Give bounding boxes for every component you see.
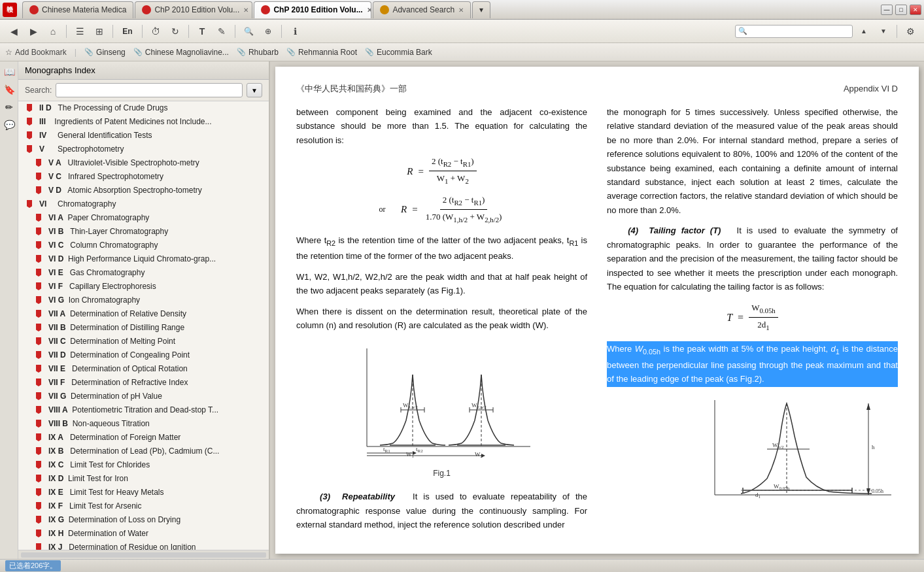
search-up-button[interactable]: ▲	[855, 23, 872, 40]
list-item[interactable]: V C Infrared Spectrophotometry	[18, 170, 269, 184]
paragraph1: between component being examined and the…	[296, 105, 587, 147]
list-item[interactable]: V A Ultraviolet-Visible Spectrophoto-met…	[18, 156, 269, 170]
main-layout: 📖 🔖 ✏ 💬 Monographs Index Search: ▼ II D …	[0, 61, 924, 559]
list-item[interactable]: VII C Determination of Melting Point	[18, 335, 269, 348]
home-button[interactable]: ⌂	[44, 23, 61, 40]
list-item[interactable]: IX D Limit Test for Iron	[18, 472, 269, 486]
list-item[interactable]: VIII A Potentiometric Titration and Dead…	[18, 403, 269, 417]
svg-text:h: h	[872, 444, 875, 450]
language-button[interactable]: En	[119, 23, 136, 40]
fig1-caption: Fig.1	[347, 467, 537, 480]
separator6	[281, 25, 282, 38]
search-icon: 🔍	[738, 27, 747, 35]
list-item[interactable]: III Ingredients of Patent Medicines not …	[18, 115, 269, 129]
tabs-dropdown[interactable]: ▾	[472, 1, 490, 18]
list-item[interactable]: VI E Gas Chromatography	[18, 266, 269, 280]
tab-chinese-materia[interactable]: Chinese Materia Medica	[22, 1, 133, 18]
tab2-close[interactable]: ✕	[243, 7, 248, 14]
zoom-out-button[interactable]: 🔍	[240, 23, 257, 40]
figure1: W1,h/2 W2,h/2 tR1 tR2	[347, 342, 537, 480]
bookmark-icon-eucommia: 📎	[365, 48, 374, 56]
sidebar-search-input[interactable]	[56, 83, 243, 97]
list-item[interactable]: VII D Determination of Congealing Point	[18, 348, 269, 362]
edit-button[interactable]: ✎	[213, 23, 230, 40]
notes-sidebar-icon[interactable]: 💬	[1, 117, 17, 133]
page-icon	[37, 241, 44, 250]
page-icon	[37, 364, 44, 373]
sidebar-search-dropdown[interactable]: ▼	[247, 83, 262, 97]
sync-button[interactable]: ↻	[167, 23, 184, 40]
list-item[interactable]: V Spectrophotometry	[18, 143, 269, 156]
list-item[interactable]: VI A Paper Chromatography	[18, 211, 269, 225]
tab-advanced-search[interactable]: Advanced Search ✕	[373, 1, 471, 18]
list-item[interactable]: IX C Limit Test for Chlorides	[18, 458, 269, 472]
list-item[interactable]: IX G Determination of Loss on Drying	[18, 513, 269, 527]
bookmarks-separator: |	[75, 47, 77, 57]
bookmark-icon-rhubarb: 📎	[237, 48, 246, 56]
search-input[interactable]	[750, 27, 842, 36]
list-item[interactable]: VIII B Non-aqueous Titration	[18, 417, 269, 431]
list-item[interactable]: IX A Determination of Foreign Matter	[18, 431, 269, 445]
toc-sidebar-icon[interactable]: 📖	[1, 64, 17, 80]
forward-button[interactable]: ▶	[25, 23, 42, 40]
back-button[interactable]: ◀	[5, 23, 22, 40]
maximize-button[interactable]: □	[895, 5, 907, 15]
page-icon	[37, 323, 44, 332]
sidebar-hscrollbar[interactable]	[18, 550, 269, 559]
list-item[interactable]: VII F Determination of Refractive Index	[18, 376, 269, 390]
bookmark-rehmannia[interactable]: 📎 Rehmannia Root	[286, 48, 357, 57]
bookmark-sidebar-icon[interactable]: 🔖	[1, 82, 17, 97]
list-item[interactable]: VI D High Performance Liquid Chromato-gr…	[18, 252, 269, 266]
separator7	[897, 25, 897, 38]
list-item[interactable]: IX J Determination of Residue on Ignitio…	[18, 541, 269, 550]
search-down-button[interactable]: ▼	[875, 23, 892, 40]
bookmark-magnolia[interactable]: 📎 Chinese Magnoliavine...	[133, 48, 229, 57]
list-item[interactable]: VI C Column Chromatography	[18, 239, 269, 252]
bookmark-ginseng[interactable]: 📎 Ginseng	[84, 48, 126, 57]
list-item[interactable]: VI G Ion Chromatography	[18, 294, 269, 307]
list-item[interactable]: VII B Determination of Distilling Range	[18, 321, 269, 335]
formula-resolution1: R = 2 (tR2 − tR1) W1 + W2 or R =	[296, 155, 587, 226]
separator3	[142, 25, 143, 38]
tab4-close[interactable]: ✕	[458, 7, 464, 14]
page-icon	[37, 515, 44, 524]
page-icon	[37, 213, 44, 222]
grid-button[interactable]: ⊞	[91, 23, 108, 40]
minimize-button[interactable]: —	[881, 5, 893, 15]
sidebar-header: Monographs Index	[18, 61, 269, 80]
page-icon	[37, 309, 44, 318]
add-bookmark-button[interactable]: ☆ Add Bookmark	[5, 48, 67, 57]
close-button[interactable]: ✕	[910, 5, 921, 15]
zoom-in-button[interactable]: ⊕	[260, 23, 277, 40]
tab-chp-2010-vol2[interactable]: ChP 2010 Edition Volu... ✕	[254, 1, 371, 18]
tab3-close[interactable]: ✕	[367, 7, 372, 14]
star-icon: ☆	[5, 48, 12, 57]
list-item[interactable]: VI F Capillary Electrophoresis	[18, 280, 269, 294]
bookmark-rhubarb[interactable]: 📎 Rhubarb	[237, 48, 279, 57]
list-item[interactable]: IV General Identification Tests	[18, 129, 269, 143]
tab-chp-2010-vol1[interactable]: ChP 2010 Edition Volu... ✕	[135, 1, 252, 18]
search-sidebar-icon[interactable]: ✏	[1, 99, 17, 115]
info-button[interactable]: ℹ	[286, 23, 303, 40]
paragraph-repeatability: (3) Repeatability It is used to evaluate…	[296, 490, 587, 531]
list-item[interactable]: VII G Determination of pH Value	[18, 390, 269, 403]
svg-text:W2: W2	[475, 451, 483, 459]
list-item[interactable]: IX E Limit Test for Heavy Metals	[18, 486, 269, 499]
list-item[interactable]: II D The Processing of Crude Drugs	[18, 101, 269, 115]
list-item[interactable]: VI B Thin-Layer Chromatography	[18, 225, 269, 239]
tab3-icon	[261, 5, 270, 14]
toc-button[interactable]: ☰	[71, 23, 88, 40]
bookmark-eucommia[interactable]: 📎 Eucommia Bark	[365, 48, 432, 57]
history-button[interactable]: ⏱	[147, 23, 164, 40]
page-icon	[37, 474, 44, 483]
list-item[interactable]: IX F Limit Test for Arsenic	[18, 499, 269, 513]
list-item[interactable]: VII E Determination of Optical Rotation	[18, 362, 269, 376]
list-item[interactable]: VII A Determination of Relative Density	[18, 307, 269, 321]
page-icon	[37, 378, 44, 387]
font-button[interactable]: T	[194, 23, 211, 40]
settings-button[interactable]: ⚙	[902, 23, 919, 40]
list-item[interactable]: V D Atomic Absorption Spectropho-tometry	[18, 184, 269, 197]
list-item[interactable]: VI Chromatography	[18, 197, 269, 211]
list-item[interactable]: IX H Determination of Water	[18, 527, 269, 541]
list-item[interactable]: IX B Determination of Lead (Pb), Cadmium…	[18, 445, 269, 458]
